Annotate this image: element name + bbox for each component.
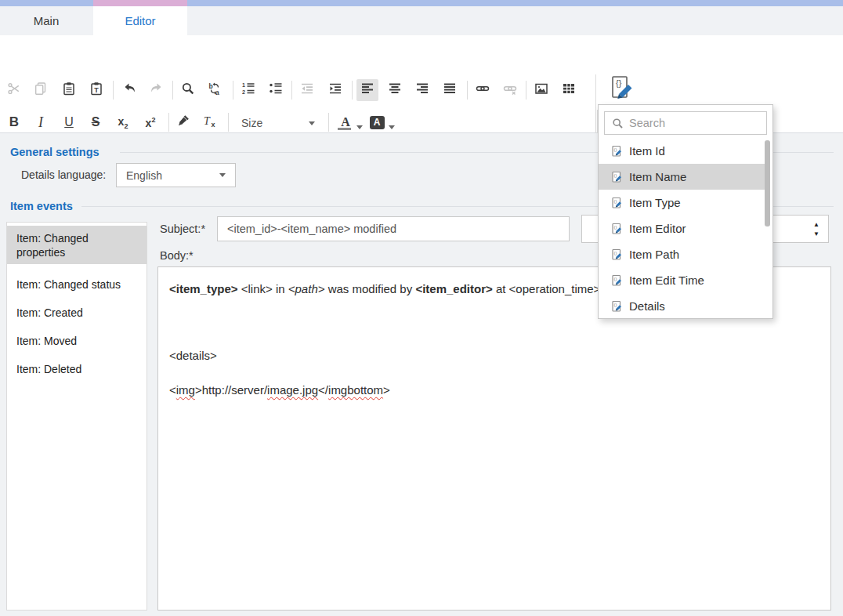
- background-color-button[interactable]: A: [366, 111, 388, 133]
- copy-icon: [34, 82, 48, 99]
- list-item-label: Item: Deleted: [16, 363, 81, 375]
- indent-button[interactable]: [324, 79, 346, 101]
- numbered-list-button[interactable]: 12: [237, 79, 259, 101]
- unlink-icon: [503, 82, 517, 99]
- insert-image-button[interactable]: [530, 79, 552, 101]
- font-size-select[interactable]: Size: [235, 113, 323, 133]
- tag-item-edit-time[interactable]: ()Item Edit Time: [599, 267, 766, 293]
- cut-button[interactable]: [3, 79, 25, 101]
- bold-icon: B: [9, 114, 19, 130]
- svg-text:(): (): [614, 303, 617, 307]
- remove-format-button[interactable]: Tx: [199, 111, 221, 133]
- tag-icon: (): [610, 145, 623, 158]
- svg-text:a: a: [215, 89, 219, 96]
- undo-button[interactable]: [119, 79, 141, 101]
- svg-text:(): (): [614, 225, 617, 230]
- chevron-down-icon: [309, 121, 315, 125]
- tag-icon: (): [610, 223, 623, 235]
- align-right-button[interactable]: [411, 79, 433, 101]
- item-events-list: Item: Changed properties Item: Changed s…: [6, 222, 147, 611]
- spinner-up-button[interactable]: ▲: [811, 219, 822, 229]
- list-item-label: Item: Moved: [16, 335, 77, 347]
- tag-item-type[interactable]: ()Item Type: [599, 190, 766, 216]
- tag-icon: (): [610, 300, 623, 313]
- subscript-button[interactable]: x2: [112, 111, 134, 133]
- redo-icon: [149, 82, 163, 99]
- svg-text:x: x: [212, 121, 215, 129]
- search-icon: [612, 118, 624, 129]
- details-language-select[interactable]: English: [116, 163, 236, 187]
- svg-text:(): (): [614, 199, 617, 204]
- strikethrough-button[interactable]: S: [85, 111, 107, 133]
- svg-text:{}: {}: [616, 78, 622, 88]
- tag-icon: (): [610, 197, 623, 209]
- tag-item-name[interactable]: ()Item Name: [599, 164, 766, 190]
- text-color-dropdown-button[interactable]: [356, 118, 363, 132]
- paste-button[interactable]: [58, 79, 80, 101]
- superscript-button[interactable]: x2: [139, 111, 161, 133]
- tag-search-box: [604, 111, 767, 135]
- background-color-dropdown-button[interactable]: [389, 118, 395, 132]
- insert-tag-dropdown: ()Item Id ()Item Name ()Item Type ()Item…: [598, 104, 773, 319]
- replace-button[interactable]: ba: [204, 79, 226, 101]
- list-item-changed-properties[interactable]: Item: Changed properties: [7, 226, 147, 264]
- text-color-bar: [338, 128, 351, 130]
- format-painter-icon: [176, 114, 190, 131]
- copy-button[interactable]: [30, 79, 52, 101]
- subscript-icon: x2: [118, 115, 128, 130]
- tag-item-label: Item Name: [629, 170, 686, 183]
- list-item-changed-status[interactable]: Item: Changed status: [7, 270, 147, 299]
- justify-icon: [443, 82, 457, 99]
- italic-button[interactable]: I: [30, 111, 52, 133]
- justify-button[interactable]: [439, 79, 461, 101]
- body-line-3: <img>http://server/image.jpg</imgbottom>: [169, 383, 390, 397]
- cut-icon: [7, 82, 21, 99]
- list-item-label: Item: Changed properties: [16, 231, 137, 259]
- tag-icon: (): [610, 248, 623, 261]
- tag-item-path[interactable]: ()Item Path: [599, 241, 766, 267]
- link-button[interactable]: [472, 79, 494, 101]
- unlink-button[interactable]: [499, 79, 521, 101]
- align-left-icon: [360, 82, 374, 99]
- list-item-deleted[interactable]: Item: Deleted: [7, 355, 147, 383]
- tag-item-label: Item Editor: [629, 222, 686, 235]
- list-item-moved[interactable]: Item: Moved: [7, 327, 147, 355]
- tab-editor-label: Editor: [125, 14, 155, 27]
- editor-window: Main Editor T ba 12 B I U: [0, 0, 843, 616]
- numbered-list-icon: 12: [241, 82, 255, 99]
- details-language-label: Details language:: [21, 168, 106, 181]
- bold-button[interactable]: B: [3, 111, 25, 133]
- background-color-icon: A: [370, 116, 385, 129]
- format-painter-button[interactable]: [172, 111, 194, 133]
- find-button[interactable]: [177, 79, 199, 101]
- superscript-icon: x2: [146, 116, 156, 129]
- svg-text:1: 1: [242, 82, 245, 88]
- align-right-icon: [415, 82, 429, 99]
- chevron-down-icon: [356, 125, 363, 129]
- text-color-button[interactable]: A: [335, 111, 356, 133]
- tab-bar: Main Editor: [0, 6, 843, 35]
- details-language-value: English: [126, 169, 219, 182]
- redo-button[interactable]: [145, 79, 167, 101]
- tag-item-label: Details: [629, 299, 665, 313]
- dropdown-scrollbar-thumb[interactable]: [765, 140, 770, 226]
- chevron-down-icon: [219, 173, 226, 177]
- paste-as-text-button[interactable]: T: [85, 79, 107, 101]
- tag-item-editor[interactable]: ()Item Editor: [599, 216, 766, 241]
- underline-button[interactable]: U: [58, 111, 80, 133]
- outdent-button[interactable]: [296, 79, 318, 101]
- tab-editor[interactable]: Editor: [93, 6, 187, 35]
- tag-item-id[interactable]: ()Item Id: [599, 138, 766, 164]
- subject-input[interactable]: [217, 216, 570, 241]
- spinner-down-button[interactable]: ▼: [811, 229, 822, 238]
- insert-table-button[interactable]: [558, 79, 580, 101]
- align-center-button[interactable]: [384, 79, 406, 101]
- tag-item-details[interactable]: ()Details: [599, 293, 766, 319]
- align-left-button[interactable]: [356, 79, 378, 101]
- bullet-list-button[interactable]: [265, 79, 287, 101]
- tab-main[interactable]: Main: [0, 6, 92, 35]
- svg-text:(): (): [614, 251, 617, 255]
- list-item-created[interactable]: Item: Created: [7, 299, 147, 327]
- svg-text:T: T: [94, 86, 99, 94]
- tag-search-input[interactable]: [629, 117, 766, 129]
